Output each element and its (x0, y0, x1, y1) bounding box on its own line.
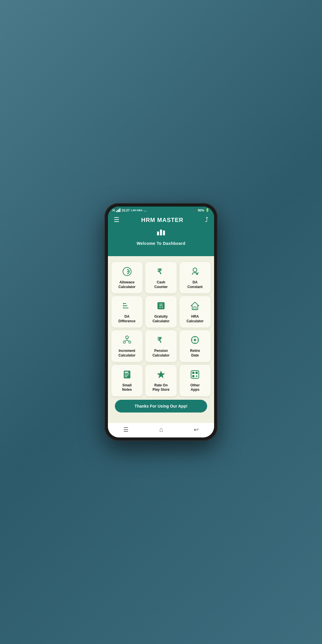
phone-frame: H 15:27 1.80 KB/s ... 🎧 90% 🔋 ☰ (104, 203, 218, 441)
footer-banner: Thanks For Using Our App! (115, 400, 207, 413)
small-notes-button[interactable]: SmallNotes (111, 365, 142, 396)
dots-text: ... (144, 209, 146, 212)
time-text: 15:27 (122, 209, 130, 212)
da-constant-icon (190, 267, 200, 278)
svg-rect-38 (191, 370, 199, 378)
svg-marker-37 (157, 370, 165, 378)
hra-label: HRACalculator (187, 314, 204, 323)
svg-point-8 (123, 303, 124, 304)
other-apps-button[interactable]: OtherApps (180, 365, 211, 396)
hra-calculator-button[interactable]: HRACalculator (180, 296, 211, 328)
menu-button[interactable]: ☰ (114, 216, 120, 224)
pension-label: PensionCalculator (153, 349, 170, 358)
da-difference-label: DADifference (118, 314, 135, 323)
share-button[interactable]: ⤴ (205, 216, 208, 224)
increment-calculator-button[interactable]: IncrementCalculator (111, 330, 142, 362)
gratuity-label: GratuityCalculator (153, 314, 170, 323)
status-right: 🎧 90% 🔋 (193, 208, 209, 212)
nav-menu-button[interactable]: ☰ (123, 426, 129, 433)
da-difference-button[interactable]: DADifference (111, 296, 142, 328)
svg-line-24 (127, 341, 130, 341)
rate-playstore-label: Rate OnPlay Store (153, 383, 170, 392)
dashboard-chart-icon (114, 227, 208, 239)
retire-icon (190, 335, 200, 346)
svg-text:₹: ₹ (157, 337, 162, 344)
svg-point-19 (126, 336, 128, 339)
pension-calculator-button[interactable]: ₹ PensionCalculator (145, 330, 176, 362)
pension-icon: ₹ (156, 335, 166, 346)
nav-bar: ☰ ⌂ ↩ (108, 423, 214, 437)
svg-point-12 (123, 307, 124, 309)
app-header: ☰ HRM MASTER ⤴ Welcome To Dashboard (108, 213, 214, 256)
status-left: H 15:27 1.80 KB/s ... (113, 208, 146, 212)
small-notes-label: SmallNotes (122, 383, 132, 392)
svg-point-20 (123, 341, 125, 343)
rate-playstore-button[interactable]: Rate OnPlay Store (145, 365, 176, 396)
retire-date-label: RetireDate (190, 349, 200, 358)
signal-bar-2 (117, 210, 118, 212)
svg-rect-40 (196, 372, 198, 374)
svg-line-23 (124, 341, 127, 341)
main-content: AllowaceCalculator ₹ CashCounter (108, 256, 214, 423)
svg-point-21 (129, 341, 131, 343)
signal-bar-4 (120, 208, 120, 212)
svg-rect-41 (192, 375, 195, 377)
signal-bars (116, 208, 120, 212)
svg-text:₹: ₹ (157, 268, 162, 276)
app-title: HRM MASTER (141, 217, 184, 223)
cash-counter-button[interactable]: ₹ CashCounter (145, 262, 176, 293)
allowance-calculator-button[interactable]: AllowaceCalculator (111, 262, 142, 293)
gratuity-icon: + (156, 301, 166, 312)
cash-icon: ₹ (156, 267, 166, 278)
svg-rect-1 (160, 229, 162, 235)
svg-rect-33 (124, 372, 128, 373)
svg-point-10 (123, 305, 124, 306)
app-grid: AllowaceCalculator ₹ CashCounter (111, 262, 211, 396)
rate-icon (156, 370, 166, 381)
other-apps-label: OtherApps (190, 383, 200, 392)
svg-rect-0 (157, 231, 159, 236)
allowance-icon (122, 267, 132, 278)
welcome-text: Welcome To Dashboard (114, 239, 208, 250)
svg-point-27 (194, 339, 196, 341)
svg-point-6 (193, 268, 197, 272)
cash-counter-label: CashCounter (154, 280, 168, 289)
speed-text: 1.80 KB/s (131, 209, 143, 212)
increment-icon (122, 335, 132, 346)
phone-screen: H 15:27 1.80 KB/s ... 🎧 90% 🔋 ☰ (108, 207, 214, 437)
da-constant-label: DAConstant (187, 280, 202, 289)
other-apps-icon (190, 370, 200, 381)
svg-rect-39 (192, 372, 195, 374)
increment-label: IncrementCalculator (118, 349, 135, 358)
signal-bar-3 (118, 209, 119, 212)
svg-text:+: + (162, 306, 163, 309)
signal-bar-1 (116, 211, 117, 212)
carrier-text: H (113, 209, 115, 212)
gratuity-calculator-button[interactable]: + GratuityCalculator (145, 296, 176, 328)
nav-back-button[interactable]: ↩ (194, 426, 199, 433)
da-difference-icon (122, 301, 132, 312)
small-notes-icon (122, 370, 132, 381)
retire-date-button[interactable]: RetireDate (180, 330, 211, 362)
svg-rect-2 (163, 231, 165, 236)
nav-home-button[interactable]: ⌂ (159, 426, 163, 433)
battery-text: 90% (198, 209, 204, 212)
da-constant-button[interactable]: DAConstant (180, 262, 211, 293)
allowance-label: AllowaceCalculator (118, 280, 135, 289)
svg-rect-18 (194, 307, 196, 310)
battery-icon: 🔋 (205, 208, 209, 212)
header-row: ☰ HRM MASTER ⤴ (114, 216, 208, 227)
status-bar: H 15:27 1.80 KB/s ... 🎧 90% 🔋 (108, 207, 214, 213)
svg-rect-36 (124, 376, 127, 377)
header-curve: Welcome To Dashboard (114, 227, 208, 256)
hra-icon (190, 301, 200, 312)
svg-rect-35 (124, 375, 128, 375)
headphones-icon: 🎧 (193, 208, 197, 212)
svg-rect-34 (124, 374, 129, 374)
